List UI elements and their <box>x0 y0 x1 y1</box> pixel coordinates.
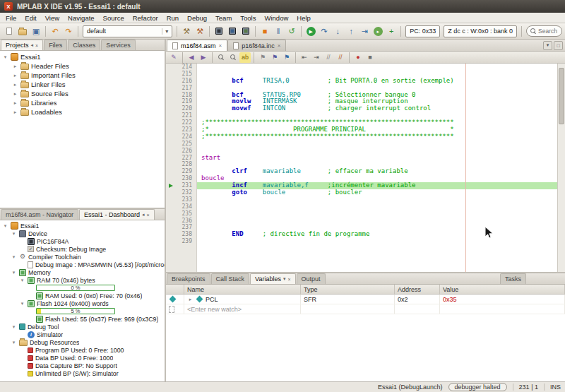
editor[interactable]: 214215216 bcf TRISA,0 ; Bit PORTA.0 en s… <box>166 64 565 272</box>
tree-item[interactable]: ✓Checksum: Debug Image <box>0 245 165 253</box>
code-line[interactable]: 225 <box>166 141 565 148</box>
tree-item[interactable]: PIC16F84A <box>0 237 165 245</box>
code-line[interactable]: 238 END ; directive fin de programme <box>166 231 565 238</box>
uncomment-icon[interactable]: // <box>335 52 346 63</box>
expander-icon[interactable]: ▾ <box>2 54 8 60</box>
code-line-text[interactable] <box>197 196 565 203</box>
code-line[interactable]: 232 goto boucle ; boucler <box>166 189 565 196</box>
incremental-search-icon[interactable] <box>227 52 239 63</box>
code-line[interactable]: 224;************************************… <box>166 133 565 141</box>
last-edit-icon[interactable]: ✎ <box>168 52 179 63</box>
column-header-icon[interactable] <box>166 285 184 294</box>
status-flags-field[interactable]: Z dc c : W:0x0 : bank 0 <box>444 25 517 37</box>
tree-item[interactable]: ▾⚙Compiler Toolchain <box>0 253 165 261</box>
column-header-type[interactable]: Type <box>301 285 395 294</box>
code-line-text[interactable] <box>197 148 565 155</box>
close-window-icon[interactable]: × <box>287 277 290 282</box>
menu-debug[interactable]: Debug <box>183 13 211 23</box>
projects-tab-projects[interactable]: Projects◂× <box>1 40 43 50</box>
previous-bookmark-icon[interactable]: ⚑ <box>257 52 268 63</box>
editor-tab-p16f84a-inc[interactable]: p16f84a.inc× <box>227 40 286 51</box>
expander-icon[interactable]: ▾ <box>19 278 25 283</box>
editor-tab-m16f84-asm[interactable]: m16f84.asm× <box>167 40 227 51</box>
bottom-tab-breakpoints[interactable]: Breakpoints <box>167 273 210 284</box>
close-tab-icon[interactable]: × <box>219 42 222 49</box>
dashboard-tab-m16f84-asm-navigator[interactable]: m16f84.asm - Navigator <box>1 209 78 220</box>
tree-item[interactable]: Data BP Used: 0 Free: 1000 <box>0 354 165 362</box>
expander-icon[interactable]: ▸ <box>12 82 18 88</box>
code-line[interactable]: 214 <box>166 64 565 71</box>
menu-navigate[interactable]: Navigate <box>64 13 99 23</box>
expander-icon[interactable]: ▾ <box>11 324 17 330</box>
tree-item[interactable]: ▾RAM 70 (0x46) bytes <box>0 276 165 284</box>
back-icon[interactable]: ◀ <box>186 52 197 63</box>
expander-icon[interactable]: ▾ <box>11 340 17 345</box>
code-line-text[interactable] <box>197 210 565 218</box>
menu-help[interactable]: Help <box>292 13 315 23</box>
tree-item[interactable]: ▸Header Files <box>0 61 165 71</box>
redo-icon[interactable]: ↷ <box>62 25 75 37</box>
editor-scrollbar[interactable] <box>557 64 565 272</box>
program-device-icon[interactable] <box>226 25 239 37</box>
column-header-address[interactable]: Address <box>395 285 440 294</box>
debugger-state-button[interactable]: debugger halted <box>448 383 507 391</box>
tree-item[interactable]: ▾Debug Tool <box>0 323 165 331</box>
menu-refactor[interactable]: Refactor <box>129 13 162 23</box>
code-line[interactable]: 229 clrf mavariable ; effacer ma variabl… <box>166 168 565 175</box>
code-line-text[interactable] <box>197 203 565 210</box>
close-window-icon[interactable]: × <box>35 43 38 48</box>
minimize-window-icon[interactable]: ◂ <box>142 212 145 218</box>
finish-debugger-icon[interactable]: ■ <box>258 25 271 37</box>
expander-icon[interactable]: ▸ <box>12 64 18 69</box>
projects-tab-classes[interactable]: Classes <box>68 40 100 50</box>
tree-item[interactable]: 5 % <box>0 307 165 315</box>
reset-icon[interactable]: ↺ <box>285 25 298 37</box>
bottom-tab-call-stack[interactable]: Call Stack <box>211 273 250 284</box>
stop-macro-recording-icon[interactable]: ■ <box>364 52 376 63</box>
code-line-text[interactable] <box>197 141 565 148</box>
make-and-program-icon[interactable] <box>213 25 225 37</box>
dashboard-tree[interactable]: ▾Essai1▾DevicePIC16F84A✓Checksum: Debug … <box>0 220 165 381</box>
tree-item[interactable]: ▾Device <box>0 230 165 237</box>
code-line[interactable]: 235 <box>166 210 565 218</box>
save-all-icon[interactable]: ▣ <box>30 25 42 37</box>
menu-run[interactable]: Run <box>162 13 183 23</box>
read-device-memory-icon[interactable] <box>239 25 252 37</box>
run-to-cursor-icon[interactable]: ⇥ <box>358 25 371 37</box>
tree-item[interactable]: ▸Important Files <box>0 71 165 80</box>
tree-item[interactable]: ▸Source Files <box>0 89 165 98</box>
step-over-icon[interactable]: ↷ <box>318 25 331 37</box>
step-out-icon[interactable]: ↑ <box>345 25 357 37</box>
menu-file[interactable]: File <box>1 13 20 23</box>
maximize-window-icon[interactable]: □ <box>554 41 563 50</box>
code-line[interactable]: 236 <box>166 218 565 225</box>
forward-icon[interactable]: ▶ <box>198 52 209 63</box>
expander-icon[interactable]: ▸ <box>12 73 18 78</box>
projects-tree[interactable]: ▾Essai1▸Header Files▸Important Files▸Lin… <box>0 51 165 208</box>
variable-row[interactable]: ▸PCLSFR0x20x35 <box>166 295 565 304</box>
code-line[interactable]: 234 <box>166 203 565 210</box>
start-macro-recording-icon[interactable]: ● <box>352 52 364 63</box>
tree-item[interactable]: ▾Essai1 <box>0 52 165 61</box>
code-line-text[interactable]: ;***************************************… <box>197 133 565 141</box>
focus-cursor-at-pc-icon[interactable]: + <box>385 25 398 37</box>
bottom-tab-variables[interactable]: Variables▾× <box>250 273 295 284</box>
tree-item[interactable]: Flash Used: 55 (0x37) Free: 969 (0x3C9) <box>0 315 165 323</box>
continue-icon[interactable]: ▶ <box>304 25 317 37</box>
menu-team[interactable]: Team <box>211 13 236 23</box>
variable-row[interactable]: <Enter new watch> <box>166 304 565 314</box>
tree-item[interactable]: Program BP Used: 0 Free: 1000 <box>0 346 165 354</box>
pause-icon[interactable]: ‖ <box>272 25 285 37</box>
code-line-text[interactable] <box>197 238 565 245</box>
expander-icon[interactable]: ▾ <box>2 223 8 229</box>
expander-icon[interactable]: ▸ <box>12 109 18 115</box>
set-pc-icon[interactable]: ▸ <box>371 25 384 37</box>
tree-item[interactable]: Unlimited BP (S/W): Simulator <box>0 369 165 377</box>
tree-item[interactable]: ▸Libraries <box>0 98 165 107</box>
expander-icon[interactable]: ▸ <box>12 91 18 97</box>
tree-item[interactable]: ▾Debug Resources <box>0 338 165 346</box>
expander-icon[interactable]: ▸ <box>187 297 194 302</box>
code-line[interactable]: 220 movwf INTCON ; charger interrupt con… <box>166 105 565 112</box>
window-menu-icon[interactable]: ▾ <box>283 276 286 282</box>
tree-item[interactable]: ▾Flash 1024 (0x400) words <box>0 299 165 307</box>
